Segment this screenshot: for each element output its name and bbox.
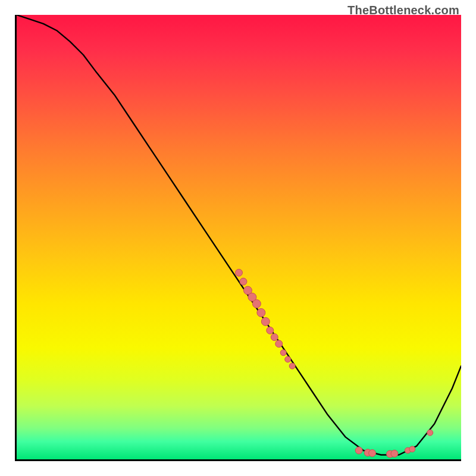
data-point	[252, 300, 261, 308]
data-point	[427, 430, 433, 436]
data-point	[261, 317, 270, 325]
data-point	[275, 340, 283, 347]
data-point	[280, 350, 286, 356]
data-point	[355, 447, 362, 454]
data-point	[369, 450, 376, 457]
bottleneck-curve-path	[17, 15, 461, 455]
bottleneck-chart: TheBottleneck.com	[0, 0, 476, 476]
data-point	[289, 363, 295, 369]
data-point	[240, 278, 247, 285]
data-point	[236, 269, 243, 276]
data-point	[271, 334, 278, 341]
chart-overlay-svg	[17, 15, 461, 459]
data-points-group	[236, 269, 433, 458]
data-point	[257, 309, 265, 317]
plot-area	[15, 15, 461, 461]
data-point	[285, 356, 291, 362]
data-point	[267, 327, 274, 334]
data-point	[409, 446, 415, 452]
data-point	[391, 450, 398, 457]
